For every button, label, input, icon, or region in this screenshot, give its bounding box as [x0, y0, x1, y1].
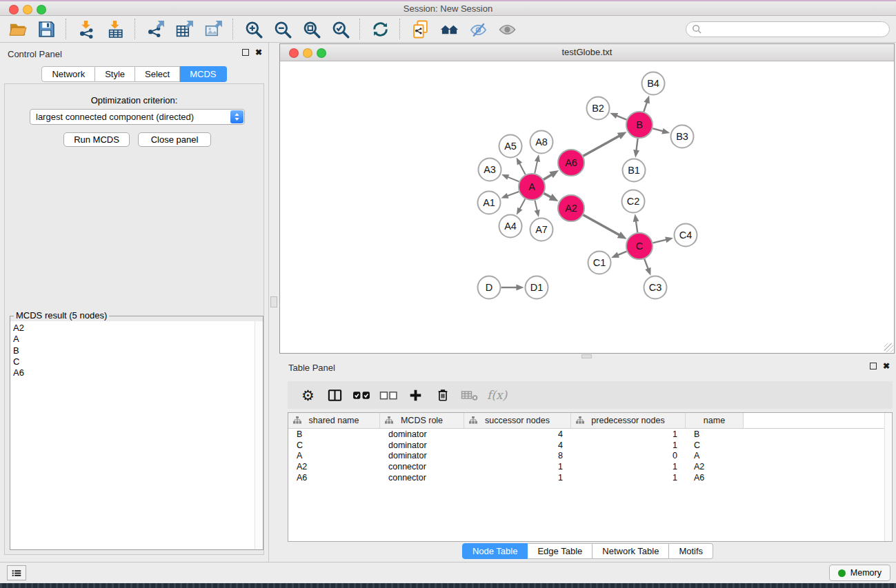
- graph-node-A4[interactable]: A4: [499, 215, 522, 238]
- tab-motifs[interactable]: Motifs: [669, 543, 713, 559]
- show-all-button[interactable]: [492, 17, 521, 41]
- graph-edge-A-A5[interactable]: [519, 163, 526, 175]
- graph-edge-A-A3[interactable]: [508, 177, 519, 182]
- graph-node-D1[interactable]: D1: [526, 276, 548, 299]
- graph-edge-B-B1[interactable]: [636, 139, 637, 151]
- tab-mcds[interactable]: MCDS: [180, 66, 226, 82]
- tab-network-table[interactable]: Network Table: [593, 543, 669, 559]
- column-header-name[interactable]: name: [686, 413, 744, 428]
- mcds-result-item[interactable]: C: [13, 356, 255, 367]
- table-row[interactable]: Adominator80A: [288, 451, 892, 462]
- vertical-splitter-grip[interactable]: [270, 296, 277, 307]
- graph-node-C3[interactable]: C3: [644, 276, 667, 299]
- graph-node-B2[interactable]: B2: [587, 97, 610, 120]
- close-panel-icon[interactable]: ✖: [255, 49, 262, 56]
- graph-node-B4[interactable]: B4: [642, 72, 665, 95]
- graph-node-A8[interactable]: A8: [530, 131, 553, 154]
- save-session-button[interactable]: [32, 17, 61, 41]
- graph-node-A7[interactable]: A7: [530, 219, 553, 241]
- column-header-successor-nodes[interactable]: successor nodes: [464, 413, 571, 428]
- column-header-predecessor-nodes[interactable]: predecessor nodes: [571, 413, 686, 428]
- destroy-table-button[interactable]: [456, 383, 483, 407]
- graph-edge-C-C2[interactable]: [636, 221, 637, 232]
- table-settings-button[interactable]: ⚙: [295, 383, 321, 407]
- memory-button[interactable]: Memory: [829, 565, 890, 581]
- graph-node-C4[interactable]: C4: [675, 224, 697, 247]
- copy-current-style-button[interactable]: [406, 17, 435, 41]
- graph-node-A[interactable]: A: [519, 174, 545, 200]
- float-panel-icon[interactable]: [242, 49, 249, 56]
- zoom-fit-button[interactable]: [297, 17, 326, 41]
- graph-edge-A2-C[interactable]: [583, 215, 619, 235]
- import-table-button[interactable]: [101, 17, 130, 41]
- float-panel-icon[interactable]: [870, 363, 877, 369]
- graph-node-A2[interactable]: A2: [558, 195, 584, 221]
- graph-edge-C-C1[interactable]: [617, 252, 626, 255]
- graph-edge-B-B2[interactable]: [617, 116, 627, 120]
- equation-builder-button[interactable]: f(x): [483, 383, 507, 407]
- mcds-list-scrollbar[interactable]: [255, 321, 263, 549]
- mcds-result-item[interactable]: A2: [13, 323, 255, 334]
- mcds-result-item[interactable]: A: [13, 334, 255, 345]
- table-row[interactable]: Bdominator41B: [288, 429, 892, 440]
- hide-selected-button[interactable]: [464, 17, 492, 41]
- mcds-result-item[interactable]: B: [13, 345, 255, 356]
- graph-node-A1[interactable]: A1: [478, 192, 501, 214]
- mcds-result-item[interactable]: A6: [13, 367, 255, 378]
- graph-edge-A-A7[interactable]: [535, 201, 537, 211]
- tab-style[interactable]: Style: [95, 66, 135, 82]
- close-panel-icon[interactable]: ✖: [883, 363, 890, 369]
- graph-node-B1[interactable]: B1: [623, 159, 646, 182]
- export-table-button[interactable]: [170, 17, 199, 41]
- graph-edge-B-B4[interactable]: [644, 102, 647, 112]
- graph-node-C1[interactable]: C1: [588, 252, 611, 274]
- zoom-selected-button[interactable]: [326, 17, 355, 41]
- criterion-dropdown[interactable]: largest connected component (directed): [30, 109, 245, 125]
- column-header-shared-name[interactable]: shared name: [288, 413, 380, 428]
- table-row[interactable]: Cdominator41C: [288, 440, 892, 451]
- open-session-button[interactable]: [3, 17, 32, 41]
- table-row[interactable]: A2connector11A2: [288, 461, 892, 472]
- export-image-button[interactable]: [199, 17, 228, 41]
- tab-node-table[interactable]: Node Table: [462, 543, 528, 559]
- graph-edge-A-A6[interactable]: [544, 174, 552, 179]
- refresh-view-button[interactable]: [366, 17, 395, 41]
- zoom-in-button[interactable]: [239, 17, 268, 41]
- graph-node-A3[interactable]: A3: [479, 159, 501, 181]
- graph-node-A6[interactable]: A6: [558, 150, 584, 176]
- tab-select[interactable]: Select: [135, 66, 180, 82]
- show-panels-list-button[interactable]: [7, 565, 26, 580]
- tab-edge-table[interactable]: Edge Table: [528, 543, 593, 559]
- network-window-titlebar[interactable]: testGlobe.txt: [280, 44, 894, 61]
- graph-node-C[interactable]: C: [626, 233, 653, 259]
- graph-edge-C-C3[interactable]: [644, 259, 648, 270]
- column-layout-button[interactable]: [321, 383, 348, 407]
- import-network-button[interactable]: [72, 17, 101, 41]
- search-box[interactable]: [686, 21, 890, 37]
- zoom-out-button[interactable]: [268, 17, 297, 41]
- run-mcds-button[interactable]: Run MCDS: [63, 132, 130, 147]
- graph-edge-A-A1[interactable]: [507, 192, 519, 196]
- graph-edge-A-A2[interactable]: [544, 194, 551, 198]
- graph-edge-A6-B[interactable]: [583, 136, 619, 156]
- graph-edge-A-A4[interactable]: [519, 199, 525, 210]
- graph-node-B[interactable]: B: [626, 112, 653, 138]
- delete-column-button[interactable]: [429, 383, 456, 407]
- graph-node-C2[interactable]: C2: [622, 190, 645, 213]
- column-header-mcds-role[interactable]: MCDS role: [380, 413, 464, 428]
- graph-edge-B-B3[interactable]: [653, 128, 663, 131]
- graph-node-A5[interactable]: A5: [499, 135, 522, 158]
- graph-edge-C-C4[interactable]: [653, 240, 666, 243]
- export-network-button[interactable]: [141, 17, 170, 41]
- deselect-all-button[interactable]: [375, 383, 402, 407]
- table-row[interactable]: A6connector11A6: [288, 472, 892, 483]
- table-scrollbar[interactable]: [884, 413, 892, 541]
- tab-network[interactable]: Network: [41, 66, 95, 82]
- search-input[interactable]: [705, 24, 889, 35]
- graph-edge-A-A8[interactable]: [535, 161, 537, 173]
- window-resize-grip[interactable]: [884, 343, 893, 352]
- first-neighbors-button[interactable]: [435, 17, 464, 41]
- close-panel-button[interactable]: Close panel: [138, 132, 211, 147]
- select-all-button[interactable]: [348, 383, 375, 407]
- network-graph[interactable]: AA1A2A3A4A5A6A7A8BB1B2B3B4CC1C2C3C4DD1: [280, 61, 894, 353]
